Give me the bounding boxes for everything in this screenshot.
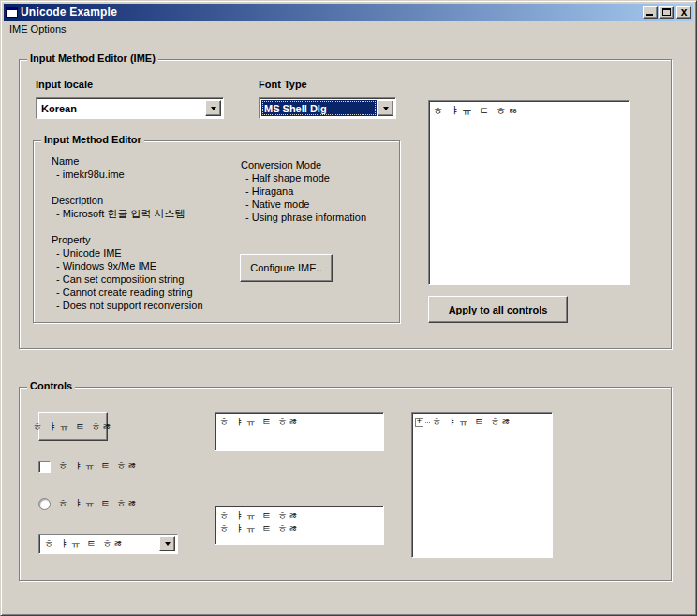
- menu-bar: IME Options: [4, 21, 693, 37]
- input-locale-dropdown-button[interactable]: [205, 100, 221, 116]
- sample-combobox-dropdown-button[interactable]: [159, 536, 175, 551]
- sample-treeview[interactable]: + ㅎ ㅑㅠ ㅌ ㅎㅀ: [411, 412, 553, 558]
- sample-combobox[interactable]: ㅎ ㅑㅠ ㅌ ㅎㅀ: [38, 534, 178, 554]
- conversion-mode-label: Conversion Mode: [241, 158, 366, 171]
- font-type-value: MS Shell Dlg: [261, 100, 377, 116]
- property-label: Property: [52, 233, 203, 246]
- sample-textbox-2-line: ㅎ ㅑㅠ ㅌ ㅎㅀ: [219, 509, 379, 522]
- maximize-icon: [662, 8, 671, 16]
- sample-checkbox-label: ㅎ ㅑㅠ ㅌ ㅎㅀ: [58, 460, 139, 473]
- ime-info-groupbox: Input Method Editor Name - imekr98u.ime …: [33, 140, 400, 323]
- tree-item-row: + ㅎ ㅑㅠ ㅌ ㅎㅀ: [412, 413, 552, 429]
- conversion-mode-item: - Native mode: [241, 198, 366, 211]
- description-item: - Microsoft 한글 입력 시스템: [52, 207, 203, 220]
- close-icon: x: [677, 6, 690, 19]
- minimize-icon: [646, 14, 653, 16]
- close-button[interactable]: x: [676, 6, 691, 19]
- property-item: - Does not support reconversion: [52, 299, 203, 312]
- sample-textbox-2-line: ㅎ ㅑㅠ ㅌ ㅎㅀ: [219, 522, 379, 535]
- tree-connector: [425, 422, 430, 423]
- app-icon[interactable]: [6, 7, 18, 18]
- controls-groupbox: Controls ㅎ ㅑㅠ ㅌ ㅎㅀ ㅎ ㅑㅠ ㅌ ㅎㅀ ㅎ ㅑㅠ ㅌ ㅎㅀ ㅎ…: [19, 387, 672, 581]
- ime-info-group-title: Input Method Editor: [41, 134, 144, 145]
- ime-info-right-column: Conversion Mode - Half shape mode - Hira…: [241, 158, 366, 224]
- property-item: - Windows 9x/Me IME: [52, 259, 203, 272]
- minimize-button[interactable]: [643, 6, 658, 19]
- font-type-label: Font Type: [259, 79, 307, 90]
- input-locale-combobox[interactable]: Korean: [36, 97, 224, 119]
- maximize-button[interactable]: [659, 6, 674, 19]
- title-bar[interactable]: Unicode Example x: [4, 4, 693, 21]
- property-item: - Can set composition string: [52, 272, 203, 286]
- sample-radio[interactable]: [38, 498, 51, 510]
- chevron-down-icon: [211, 107, 216, 110]
- sample-textbox-1[interactable]: ㅎ ㅑㅠ ㅌ ㅎㅀ: [215, 412, 384, 451]
- tree-expand-icon[interactable]: +: [415, 418, 423, 427]
- ime-groupbox: Input Method Editor (IME) Input locale K…: [19, 59, 672, 349]
- conversion-mode-item: - Using phrase information: [241, 211, 366, 224]
- name-item: - imekr98u.ime: [52, 168, 203, 181]
- ime-info-left-column: Name - imekr98u.ime Description - Micros…: [52, 154, 203, 312]
- input-locale-value: Korean: [38, 100, 204, 116]
- app-window: Unicode Example x IME Options Input Meth…: [0, 0, 697, 616]
- window-title: Unicode Example: [21, 6, 117, 19]
- ime-group-title: Input Method Editor (IME): [27, 52, 158, 64]
- sample-checkbox[interactable]: [38, 461, 51, 473]
- name-label: Name: [52, 154, 203, 168]
- tree-item-label[interactable]: ㅎ ㅑㅠ ㅌ ㅎㅀ: [432, 416, 512, 429]
- sample-textbox-2[interactable]: ㅎ ㅑㅠ ㅌ ㅎㅀ ㅎ ㅑㅠ ㅌ ㅎㅀ: [215, 506, 384, 545]
- font-type-dropdown-button[interactable]: [378, 100, 393, 116]
- font-type-combobox[interactable]: MS Shell Dlg: [259, 97, 396, 119]
- description-label: Description: [52, 194, 203, 207]
- property-item: - Cannot create reading string: [52, 286, 203, 299]
- sample-radio-label: ㅎ ㅑㅠ ㅌ ㅎㅀ: [58, 497, 139, 510]
- sample-textbox-1-line: ㅎ ㅑㅠ ㅌ ㅎㅀ: [219, 416, 379, 429]
- ime-preview-textarea[interactable]: ㅎ ㅑㅠ ㅌ ㅎㅀ: [428, 100, 630, 285]
- chevron-down-icon: [165, 542, 171, 546]
- conversion-mode-item: - Half shape mode: [241, 171, 366, 184]
- ime-preview-text: ㅎ ㅑㅠ ㅌ ㅎㅀ: [433, 105, 520, 116]
- sample-combobox-value: ㅎ ㅑㅠ ㅌ ㅎㅀ: [41, 536, 158, 551]
- conversion-mode-item: - Hiragana: [241, 184, 366, 198]
- configure-ime-button[interactable]: Configure IME..: [240, 254, 333, 282]
- sample-checkbox-row: ㅎ ㅑㅠ ㅌ ㅎㅀ: [38, 460, 139, 473]
- menu-item-ime-options[interactable]: IME Options: [4, 22, 72, 36]
- property-item: - Unicode IME: [52, 246, 203, 259]
- caption-buttons: x: [643, 6, 693, 19]
- apply-to-all-controls-button[interactable]: Apply to all controls: [428, 296, 568, 323]
- sample-radio-row: ㅎ ㅑㅠ ㅌ ㅎㅀ: [38, 497, 139, 510]
- controls-group-title: Controls: [27, 380, 75, 391]
- sample-button[interactable]: ㅎ ㅑㅠ ㅌ ㅎㅀ: [38, 412, 108, 441]
- chevron-down-icon: [383, 107, 389, 110]
- input-locale-label: Input locale: [36, 79, 93, 90]
